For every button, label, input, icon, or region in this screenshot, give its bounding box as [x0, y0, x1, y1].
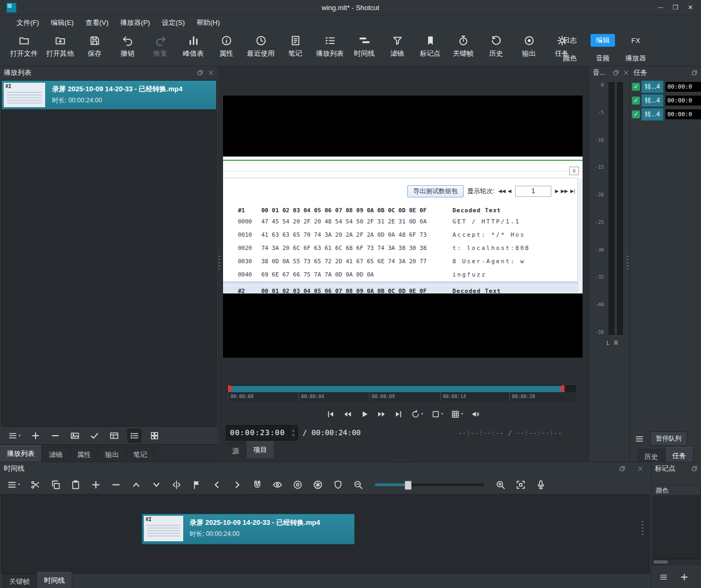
marker-button[interactable] — [190, 478, 203, 491]
undo-button[interactable]: 撤销 — [112, 32, 143, 62]
menu-help[interactable]: 帮助(H) — [192, 16, 225, 29]
layout-button[interactable]: 颜色 — [561, 53, 579, 64]
add-marker-button[interactable] — [678, 571, 690, 583]
zoom-in-button[interactable] — [494, 478, 507, 491]
splitter-handle[interactable] — [642, 521, 644, 535]
notes-button[interactable]: 笔记 — [279, 32, 311, 62]
redo-button[interactable]: 恢复 — [144, 32, 176, 62]
view-details-button[interactable] — [108, 429, 121, 442]
append-button[interactable] — [89, 478, 102, 491]
job-row[interactable]: ✓转...400:00:0 — [632, 80, 701, 93]
lift-button[interactable] — [130, 478, 143, 491]
filters-button[interactable]: 滤镜 — [381, 32, 413, 62]
splitter-handle[interactable] — [218, 256, 220, 270]
playlist-tab-1[interactable]: 滤镜 — [42, 447, 70, 462]
menu-settings[interactable]: 设定(S) — [157, 16, 190, 29]
skip-end-button[interactable] — [391, 408, 406, 421]
float-panel-icon[interactable] — [691, 465, 698, 472]
layout-button[interactable]: 编辑 — [591, 34, 615, 47]
player-tab-1[interactable]: 项目 — [246, 442, 275, 458]
check-button[interactable] — [88, 429, 101, 442]
close-panel-icon[interactable] — [623, 70, 629, 76]
maximize-button[interactable]: ❒ — [671, 4, 680, 11]
pause-queue-button[interactable]: 暂停队列 — [650, 431, 687, 446]
fast-forward-button[interactable] — [374, 408, 389, 421]
cut-button[interactable] — [29, 478, 42, 491]
close-button[interactable]: ✕ — [686, 4, 695, 11]
grid-button[interactable]: ▾ — [448, 408, 466, 421]
markers-button[interactable]: 标记点 — [414, 32, 446, 62]
menu-view[interactable]: 查看(V) — [81, 16, 113, 29]
float-panel-icon[interactable] — [691, 70, 698, 76]
layout-button[interactable]: FX — [629, 36, 643, 46]
spin-up-icon[interactable]: ▲ — [292, 428, 294, 432]
remove-button[interactable] — [49, 429, 62, 442]
time-ruler[interactable]: 00:00:0000:00:0400:00:0900:00:1400:00:20 — [227, 392, 576, 401]
timeline-zoom-slider[interactable] — [375, 483, 484, 486]
loop-button[interactable]: ▾ — [408, 408, 426, 421]
float-panel-icon[interactable] — [196, 70, 203, 76]
timeline-button[interactable]: 时间线 — [348, 32, 380, 62]
menu-button[interactable]: ▾ — [5, 478, 22, 491]
rewind-button[interactable] — [340, 408, 355, 421]
jobs-menu-button[interactable] — [633, 433, 646, 445]
markers-menu-button[interactable] — [657, 571, 670, 583]
job-row[interactable]: ✓转...400:00:0 — [632, 108, 701, 121]
spin-down-icon[interactable]: ▼ — [292, 433, 294, 437]
playlist-tab-4[interactable]: 笔记 — [126, 447, 155, 462]
view-list-button[interactable] — [127, 429, 141, 443]
playlist-tab-3[interactable]: 输出 — [98, 447, 126, 462]
zoom-player-button[interactable]: ▾ — [428, 408, 447, 421]
timeline-clip[interactable]: #1 录屏 2025-10-09 14-20-33 - 已经转换.mp4 时长:… — [142, 514, 355, 544]
playlist-button[interactable]: 播放列表 — [312, 32, 347, 62]
player-tab-0[interactable]: 源 — [225, 443, 246, 458]
close-panel-icon[interactable] — [637, 465, 644, 472]
markers-scrollbar[interactable] — [652, 559, 700, 565]
history-button[interactable]: 历史 — [480, 32, 512, 62]
paste-button[interactable] — [69, 478, 82, 491]
menu-file[interactable]: 文件(F) — [12, 16, 44, 29]
timeline-tab-0[interactable]: 关键帧 — [2, 574, 37, 588]
save-button[interactable]: 保存 — [79, 32, 110, 62]
zoom-slider-handle[interactable] — [405, 481, 412, 490]
peak-meter-button[interactable]: 峰值表 — [177, 32, 209, 62]
recent-button[interactable]: 最近使用 — [243, 32, 278, 62]
timeline-tab-1[interactable]: 时间线 — [37, 572, 72, 588]
play-button[interactable] — [357, 408, 372, 421]
ripple-delete-button[interactable] — [109, 478, 123, 491]
position-spinbox[interactable]: 00:00:23:00 ▲▼ — [226, 425, 298, 440]
prev-marker-button[interactable] — [210, 478, 224, 491]
layout-button[interactable]: 音频 — [594, 53, 612, 64]
float-panel-icon[interactable] — [613, 70, 619, 76]
zoom-out-button[interactable] — [352, 478, 365, 491]
export-button[interactable]: 输出 — [513, 32, 545, 62]
overwrite-button[interactable] — [150, 478, 163, 491]
minimize-button[interactable]: ─ — [656, 4, 665, 11]
open-other-button[interactable]: 打开其他 — [42, 32, 78, 62]
split-button[interactable] — [170, 478, 183, 491]
close-panel-icon[interactable] — [207, 70, 214, 76]
zoom-fit-button[interactable] — [514, 478, 527, 491]
layout-button[interactable]: 播放器 — [623, 53, 648, 64]
float-panel-icon[interactable] — [619, 465, 626, 472]
views-icon-button[interactable] — [148, 429, 161, 442]
copy-button[interactable] — [49, 478, 62, 491]
playlist-tab-2[interactable]: 属性 — [70, 447, 98, 462]
skip-start-button[interactable] — [323, 408, 338, 421]
job-row[interactable]: ✓转...400:00:0 — [632, 94, 701, 107]
volume-button[interactable] — [468, 408, 483, 421]
record-audio-button[interactable] — [534, 478, 548, 491]
splitter-handle[interactable] — [627, 256, 629, 270]
add-button[interactable] — [29, 429, 42, 442]
ripple-markers-button[interactable] — [331, 478, 345, 491]
keyframes-button[interactable]: 关键帧 — [447, 32, 479, 62]
open-file-button[interactable]: 打开文件 — [6, 32, 41, 62]
menu-button[interactable]: ▾ — [6, 429, 22, 442]
properties-button[interactable]: 属性 — [210, 32, 242, 62]
update-button[interactable] — [69, 429, 81, 442]
next-marker-button[interactable] — [230, 478, 244, 491]
menu-edit[interactable]: 编辑(E) — [46, 16, 79, 29]
playlist-tab-0[interactable]: 播放列表 — [0, 445, 42, 462]
layout-button[interactable]: 日志 — [561, 34, 579, 46]
playlist-item[interactable]: #1录屏 2025-10-09 14-20-33 - 已经转换.mp4时长: 0… — [2, 81, 216, 109]
